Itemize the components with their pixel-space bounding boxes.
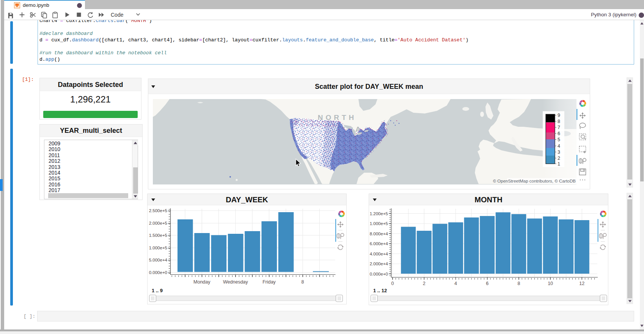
svg-text:10: 10 [548, 281, 553, 286]
svg-text:8.000e+4: 8.000e+4 [370, 232, 388, 236]
svg-text:0.000e+0: 0.000e+0 [370, 272, 388, 276]
svg-text:2.000e+5: 2.000e+5 [149, 221, 167, 225]
svg-text:9: 9 [558, 113, 560, 118]
svg-text:0: 0 [391, 281, 394, 286]
svg-text:6.000e+4: 6.000e+4 [370, 241, 388, 246]
svg-text:12: 12 [579, 281, 584, 286]
svg-text:8: 8 [558, 119, 560, 124]
svg-text:8: 8 [302, 279, 304, 285]
svg-text:© OpenStreetMap contributors,: © OpenStreetMap contributors, © CartoDB [493, 179, 576, 183]
svg-text:4: 4 [558, 143, 560, 149]
svg-text:2.500e+5: 2.500e+5 [149, 208, 167, 213]
svg-text:1.500e+5: 1.500e+5 [149, 233, 167, 238]
svg-text:Monday: Monday [193, 279, 210, 285]
svg-text:2: 2 [423, 281, 426, 286]
svg-text:Wednesday: Wednesday [223, 279, 248, 285]
svg-text:1: 1 [558, 161, 560, 167]
svg-text:4.000e+4: 4.000e+4 [370, 252, 388, 256]
svg-text:5.000e+4: 5.000e+4 [149, 258, 168, 262]
svg-text:0.000e+0: 0.000e+0 [149, 270, 167, 275]
svg-text:1.200e+5: 1.200e+5 [370, 211, 388, 216]
svg-text:3: 3 [558, 150, 560, 155]
svg-text:1.000e+5: 1.000e+5 [149, 246, 167, 250]
svg-text:8: 8 [517, 281, 520, 286]
svg-text:6: 6 [486, 281, 488, 286]
svg-text:2.000e+4: 2.000e+4 [370, 262, 388, 266]
svg-text:4: 4 [454, 281, 457, 286]
svg-text:5: 5 [558, 137, 560, 142]
svg-text:2: 2 [558, 156, 560, 161]
svg-text:6: 6 [558, 131, 560, 136]
svg-text:7: 7 [558, 125, 560, 130]
svg-text:Friday: Friday [262, 279, 276, 285]
svg-text:1.000e+5: 1.000e+5 [370, 221, 388, 226]
